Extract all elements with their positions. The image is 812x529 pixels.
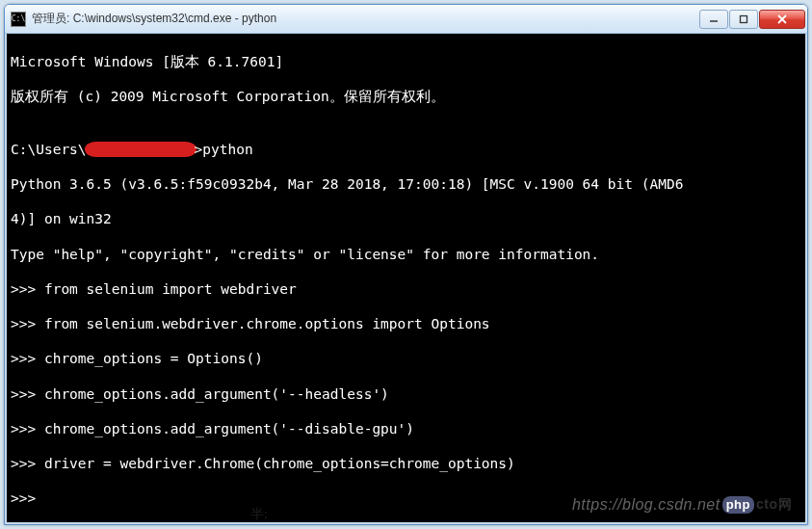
- repl-line: >>> from selenium.webdriver.chrome.optio…: [11, 315, 801, 332]
- window-controls: [699, 10, 805, 29]
- titlebar[interactable]: C:\ 管理员: C:\windows\system32\cmd.exe - p…: [5, 5, 807, 34]
- prompt-path: C:\Users\: [11, 142, 87, 157]
- maximize-button[interactable]: [729, 10, 758, 29]
- repl-input: driver = webdriver.Chrome(chrome_options…: [44, 456, 515, 471]
- output-line: 版权所有 (c) 2009 Microsoft Corporation。保留所有…: [11, 88, 801, 105]
- app-icon: C:\: [11, 12, 26, 27]
- cmd-window: C:\ 管理员: C:\windows\system32\cmd.exe - p…: [4, 4, 808, 525]
- terminal-output[interactable]: Microsoft Windows [版本 6.1.7601] 版权所有 (c)…: [5, 34, 807, 524]
- minimize-button[interactable]: [699, 10, 728, 29]
- close-button[interactable]: [759, 10, 805, 29]
- repl-input: from selenium.webdriver.chrome.options i…: [44, 316, 490, 331]
- output-line: Type "help", "copyright", "credits" or "…: [11, 246, 801, 263]
- repl-prompt: >>>: [11, 386, 44, 402]
- output-line: Microsoft Windows [版本 6.1.7601]: [11, 53, 801, 70]
- repl-prompt: >>>: [11, 490, 44, 506]
- repl-line: >>> chrome_options = Options(): [11, 350, 801, 367]
- repl-prompt: >>>: [11, 421, 44, 436]
- repl-line: >>> chrome_options.add_argument('--disab…: [11, 420, 801, 437]
- window-title: 管理员: C:\windows\system32\cmd.exe - pytho…: [32, 11, 699, 27]
- repl-input: chrome_options = Options(): [44, 351, 263, 366]
- prompt-line: C:\Users\>python: [11, 141, 801, 158]
- repl-line: >>> driver = webdriver.Chrome(chrome_opt…: [11, 455, 801, 472]
- repl-line: >>> from selenium import webdriver: [11, 280, 801, 298]
- output-line: Python 3.6.5 (v3.6.5:f59c0932b4, Mar 28 …: [11, 175, 801, 193]
- repl-prompt: >>>: [11, 316, 44, 331]
- repl-prompt: >>>: [11, 456, 44, 471]
- repl-line: >>> chrome_options.add_argument('--headl…: [11, 385, 801, 403]
- svg-rect-1: [741, 15, 747, 22]
- repl-prompt: >>>: [11, 351, 44, 366]
- repl-input: chrome_options.add_argument('--headless'…: [44, 386, 389, 402]
- repl-input: chrome_options.add_argument('--disable-g…: [44, 421, 414, 436]
- repl-line: >>>: [11, 489, 801, 507]
- repl-input: from selenium import webdriver: [44, 281, 297, 297]
- repl-prompt: >>>: [11, 281, 44, 297]
- output-line: 4)] on win32: [11, 210, 801, 227]
- redacted-username: [85, 142, 196, 157]
- prompt-command: >python: [195, 142, 253, 157]
